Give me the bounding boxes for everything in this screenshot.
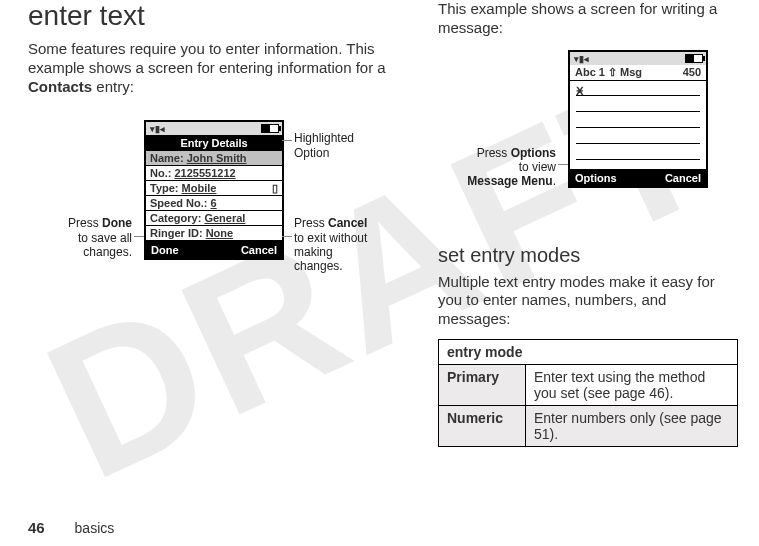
field-value: Mobile <box>182 182 217 194</box>
entry-mode-header: entry mode <box>439 339 738 364</box>
field-value: 2125551212 <box>174 167 235 179</box>
callout-cancel-bold: Cancel <box>328 216 367 230</box>
field-no[interactable]: No.: 2125551212 <box>146 166 282 181</box>
callout-options-bold2: Message Menu <box>467 174 552 188</box>
callout-highlighted: Highlighted Option <box>294 131 374 160</box>
field-label: Ringer ID: <box>150 227 203 239</box>
table-row: Primary Enter text using the method you … <box>439 364 738 405</box>
field-label: Type: <box>150 182 179 194</box>
desc-page: 46 <box>649 385 665 401</box>
field-value: General <box>204 212 245 224</box>
callout-options-bold: Options <box>511 146 556 160</box>
callout-line <box>282 140 292 141</box>
status-bar: ▾▮◂ <box>570 52 706 65</box>
field-name[interactable]: Name: John Smith <box>146 151 282 166</box>
callout-done-pre: Press <box>68 216 102 230</box>
message-textarea[interactable]: Ӿ <box>570 81 706 169</box>
desc-page: 51 <box>534 426 550 442</box>
field-speed[interactable]: Speed No.: 6 <box>146 196 282 211</box>
callout-cancel: Press Cancel to exit without making chan… <box>294 216 384 274</box>
intro-text-post: entry: <box>92 78 134 95</box>
softkey-options[interactable]: Options <box>575 172 617 184</box>
status-bar: ▾▮◂ <box>146 122 282 135</box>
desc-pre: Enter numbers only (see page <box>534 410 722 426</box>
msg-header: Abc 1 ⇧ Msg 450 <box>570 65 706 81</box>
field-category[interactable]: Category: General <box>146 211 282 226</box>
msg-phone-mock: ▾▮◂ Abc 1 ⇧ Msg 450 Ӿ Options Can <box>568 50 708 188</box>
callout-cancel-pre: Press <box>294 216 328 230</box>
mode-name: Numeric <box>439 405 526 446</box>
battery-icon <box>261 124 279 133</box>
field-value: John Smith <box>187 152 247 164</box>
heading-enter-text: enter text <box>28 0 423 32</box>
shift-icon: ⇧ <box>608 66 617 78</box>
desc-pre: Enter text using the method you set (see… <box>534 369 705 401</box>
mode-desc: Enter numbers only (see page 51). <box>526 405 738 446</box>
callout-done-post: to save all changes. <box>78 231 132 259</box>
field-label: No.: <box>150 167 171 179</box>
intro-para-left: Some features require you to enter infor… <box>28 40 423 96</box>
entry-mode-table: entry mode Primary Enter text using the … <box>438 339 738 447</box>
cursor-icon: Ӿ <box>576 85 584 98</box>
heading-set-entry-modes: set entry modes <box>438 244 738 267</box>
table-row: Numeric Enter numbers only (see page 51)… <box>439 405 738 446</box>
field-label: Name: <box>150 152 184 164</box>
callout-cancel-post: to exit without making changes. <box>294 231 367 274</box>
field-ringer[interactable]: Ringer ID: None <box>146 226 282 241</box>
callout-line <box>558 164 568 165</box>
desc-post: ). <box>665 385 674 401</box>
callout-options-mid: to view <box>519 160 556 174</box>
callout-options: Press Options to view Message Menu. <box>438 146 556 189</box>
softkey-cancel[interactable]: Cancel <box>665 172 701 184</box>
field-label: Speed No.: <box>150 197 207 209</box>
page-number: 46 <box>28 519 45 536</box>
callout-line <box>282 236 292 237</box>
intro-text-bold: Contacts <box>28 78 92 95</box>
field-label: Category: <box>150 212 201 224</box>
mode-desc: Enter text using the method you set (see… <box>526 364 738 405</box>
desc-post: ). <box>550 426 559 442</box>
page-footer: 46 basics <box>28 519 114 536</box>
window-title: Entry Details <box>146 135 282 151</box>
signal-icon: ▾▮◂ <box>574 54 589 64</box>
field-type[interactable]: Type: Mobile ▯ <box>146 181 282 196</box>
para-entry-modes: Multiple text entry modes make it easy f… <box>438 273 738 329</box>
mode-name: Primary <box>439 364 526 405</box>
callout-line <box>134 236 144 237</box>
battery-icon <box>685 54 703 63</box>
callout-options-pre: Press <box>477 146 511 160</box>
intro-text-pre: Some features require you to enter infor… <box>28 40 386 76</box>
char-counter: 450 <box>683 66 701 79</box>
softkey-cancel[interactable]: Cancel <box>241 244 277 256</box>
field-value: 6 <box>211 197 217 209</box>
mobile-icon: ▯ <box>272 182 278 195</box>
mode-label: Abc 1 <box>575 66 605 78</box>
softkey-done[interactable]: Done <box>151 244 179 256</box>
callout-done-bold: Done <box>102 216 132 230</box>
intro-para-right: This example shows a screen for writing … <box>438 0 738 38</box>
signal-icon: ▾▮◂ <box>150 124 165 134</box>
contacts-phone-mock: ▾▮◂ Entry Details Name: John Smith No.: … <box>144 120 284 260</box>
callout-options-post: . <box>553 174 556 188</box>
callout-done: Press Done to save all changes. <box>28 216 132 259</box>
msg-label: Msg <box>620 66 642 78</box>
field-value: None <box>206 227 234 239</box>
footer-label: basics <box>75 520 115 536</box>
